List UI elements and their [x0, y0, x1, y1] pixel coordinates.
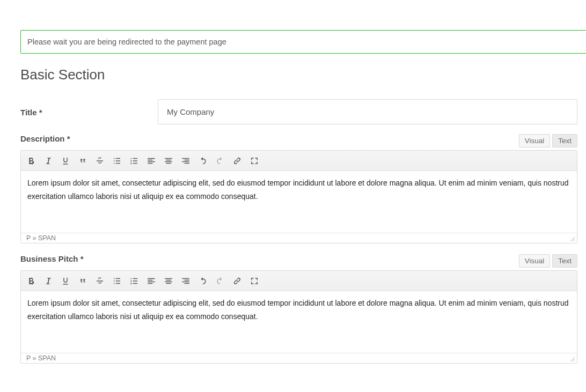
resize-handle-icon[interactable]	[569, 236, 575, 241]
numbered-list-icon[interactable]	[128, 155, 140, 167]
section-heading: Basic Section	[20, 66, 586, 83]
resize-handle-icon[interactable]	[569, 356, 575, 361]
title-row: Title *	[20, 99, 586, 124]
align-right-icon[interactable]	[180, 275, 192, 287]
pitch-content[interactable]: Lorem ipsum dolor sit amet, consectetur …	[21, 291, 577, 353]
pitch-label: Business Pitch *	[20, 254, 84, 263]
tab-visual[interactable]: Visual	[519, 134, 551, 147]
description-path: P » SPAN	[26, 234, 56, 242]
redo-icon[interactable]	[214, 155, 226, 167]
bold-icon[interactable]	[25, 155, 37, 167]
bold-icon[interactable]	[25, 275, 37, 287]
tab-text[interactable]: Text	[552, 254, 577, 268]
align-right-icon[interactable]	[180, 155, 192, 167]
tab-visual[interactable]: Visual	[519, 254, 551, 268]
underline-icon[interactable]	[60, 155, 71, 167]
description-tabs: Visual Text	[519, 134, 577, 147]
align-center-icon[interactable]	[163, 275, 174, 287]
align-left-icon[interactable]	[145, 155, 157, 167]
underline-icon[interactable]	[60, 275, 71, 287]
description-label: Description *	[20, 134, 70, 143]
blockquote-icon[interactable]	[77, 275, 89, 287]
description-content[interactable]: Lorem ipsum dolor sit amet, consectetur …	[21, 171, 577, 233]
pitch-toolbar	[21, 271, 577, 291]
link-icon[interactable]	[231, 275, 243, 287]
italic-icon[interactable]	[42, 155, 54, 167]
description-toolbar	[21, 151, 577, 171]
align-left-icon[interactable]	[145, 275, 157, 287]
strikethrough-icon[interactable]	[94, 275, 106, 287]
description-editor: Lorem ipsum dolor sit amet, consectetur …	[20, 150, 577, 243]
fullscreen-icon[interactable]	[248, 155, 260, 167]
numbered-list-icon[interactable]	[128, 275, 140, 287]
undo-icon[interactable]	[197, 275, 209, 287]
title-input[interactable]	[158, 99, 577, 124]
title-label: Title *	[20, 99, 158, 117]
align-center-icon[interactable]	[163, 155, 174, 167]
redo-icon[interactable]	[214, 275, 226, 287]
bullet-list-icon[interactable]	[111, 155, 123, 167]
pitch-path: P » SPAN	[26, 354, 56, 362]
undo-icon[interactable]	[197, 155, 209, 167]
pitch-editor: Lorem ipsum dolor sit amet, consectetur …	[20, 270, 577, 364]
redirect-alert: Please wait you are being redirected to …	[20, 30, 586, 54]
bullet-list-icon[interactable]	[111, 275, 123, 287]
strikethrough-icon[interactable]	[94, 155, 106, 167]
link-icon[interactable]	[231, 155, 243, 167]
fullscreen-icon[interactable]	[248, 275, 260, 287]
pitch-tabs: Visual Text	[519, 254, 577, 268]
blockquote-icon[interactable]	[77, 155, 89, 167]
italic-icon[interactable]	[42, 275, 54, 287]
tab-text[interactable]: Text	[552, 134, 577, 147]
